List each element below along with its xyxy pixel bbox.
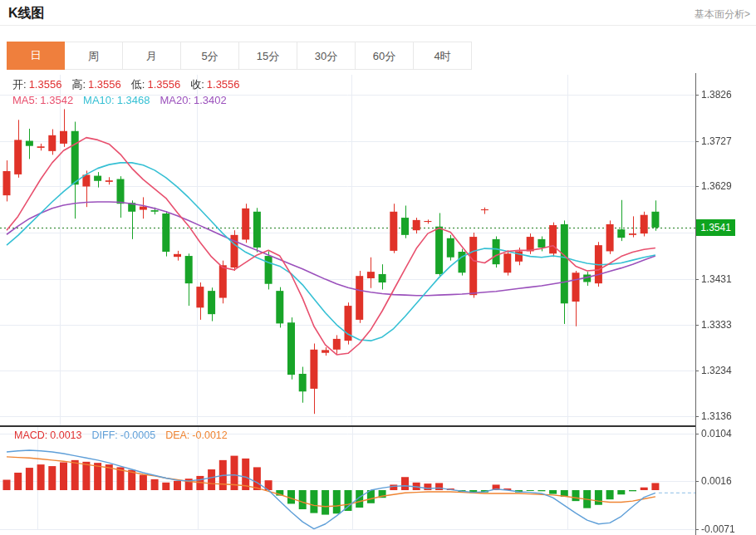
y-axis-tick: 1.3727 (701, 135, 749, 147)
legend-value: 1.3556 (29, 78, 62, 91)
period-tabbar: 日周月5分15分30分60分4时 (7, 42, 472, 70)
legend-label: MA5: (12, 94, 37, 106)
page-title: K线图 (8, 5, 45, 22)
y-axis-tick: 1.3431 (701, 273, 749, 285)
header-divider (0, 25, 756, 26)
legend-item: MA20:1.3402 (160, 94, 226, 106)
y-axis-tick: 0.0016 (701, 475, 749, 487)
y-axis-tick: 1.3234 (701, 365, 749, 376)
legend-item: MACD:0.0013 (14, 429, 82, 441)
tab-5min[interactable]: 5分 (181, 42, 239, 70)
tab-30min[interactable]: 30分 (297, 42, 356, 70)
ma-legend: MA5:1.3542MA10:1.3468MA20:1.3402 (12, 94, 237, 106)
legend-item: DIFF:-0.0005 (92, 429, 156, 441)
legend-value: 1.3556 (147, 78, 180, 91)
y-axis-tick: -0.0071 (701, 523, 749, 535)
legend-item: DEA:-0.0012 (165, 429, 228, 441)
legend-value: 1.3556 (88, 78, 121, 91)
tab-day[interactable]: 日 (7, 42, 65, 70)
legend-item: 高:1.3556 (71, 78, 120, 91)
legend-item: MA5:1.3542 (12, 94, 73, 106)
tab-week[interactable]: 周 (65, 42, 123, 70)
tab-month[interactable]: 月 (123, 42, 181, 70)
y-axis-tick: 0.0104 (701, 428, 749, 439)
legend-label: 开: (12, 78, 27, 91)
legend-label: 高: (71, 78, 86, 91)
legend-item: MA10:1.3468 (83, 94, 150, 106)
y-axis-tick: 1.3826 (701, 89, 749, 101)
legend-value: 1.3542 (40, 94, 73, 106)
kline-canvas[interactable] (0, 73, 756, 535)
legend-label: DIFF: (92, 429, 118, 441)
legend-label: 低: (131, 78, 145, 91)
current-price-tag: 1.3541 (696, 219, 735, 236)
legend-value: 1.3402 (194, 94, 227, 106)
tab-60min[interactable]: 60分 (356, 42, 414, 70)
legend-label: MA20: (160, 94, 191, 106)
tab-15min[interactable]: 15分 (239, 42, 297, 70)
macd-legend: MACD:0.0013DIFF:-0.0005DEA:-0.0012 (14, 429, 238, 441)
legend-label: DEA: (165, 429, 189, 441)
legend-value: -0.0012 (192, 429, 227, 441)
ohlc-legend: 开:1.3556高:1.3556低:1.3556收:1.3556 (12, 77, 250, 92)
tab-4hour[interactable]: 4时 (414, 42, 472, 70)
fundamental-analysis-link[interactable]: 基本面分析> (695, 7, 750, 22)
legend-item: 开:1.3556 (12, 78, 61, 91)
legend-item: 收:1.3556 (190, 78, 239, 91)
legend-label: 收: (190, 78, 204, 91)
page-header: K线图 基本面分析> (0, 0, 756, 25)
legend-label: MA10: (83, 94, 115, 106)
y-axis-tick: 1.3333 (701, 319, 749, 331)
legend-value: 1.3556 (207, 78, 240, 91)
legend-value: 0.0013 (50, 429, 81, 441)
y-axis-tick: 1.3136 (701, 410, 749, 422)
legend-value: 1.3468 (117, 94, 150, 106)
kline-chart-area: 开:1.3556高:1.3556低:1.3556收:1.3556 MA5:1.3… (0, 73, 756, 535)
y-axis-tick: 1.3629 (701, 180, 749, 192)
legend-label: MACD: (14, 429, 47, 441)
legend-item: 低:1.3556 (131, 78, 180, 91)
legend-value: -0.0005 (120, 429, 155, 441)
